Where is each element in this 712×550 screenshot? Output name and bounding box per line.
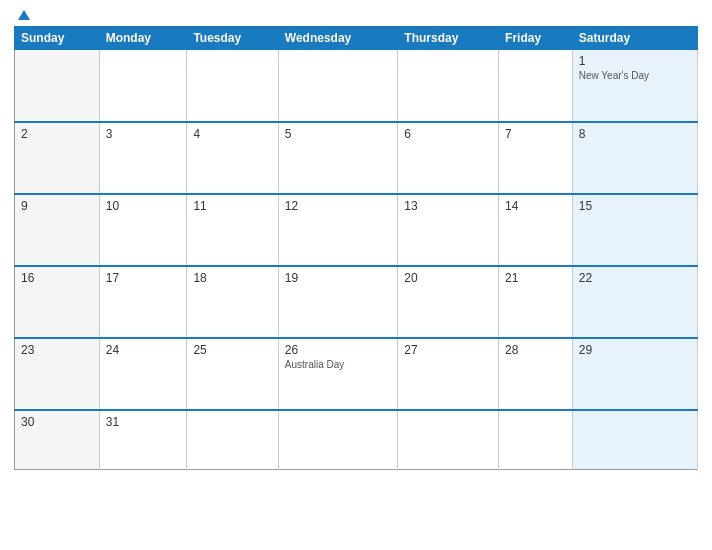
- calendar-cell: 24: [99, 338, 187, 410]
- calendar-cell: 22: [572, 266, 697, 338]
- day-number: 22: [579, 271, 691, 285]
- weekday-header-wednesday: Wednesday: [278, 27, 397, 50]
- weekday-header-friday: Friday: [499, 27, 573, 50]
- calendar-cell: [278, 50, 397, 122]
- calendar-cell: 26Australia Day: [278, 338, 397, 410]
- calendar-cell: 5: [278, 122, 397, 194]
- calendar-cell: 15: [572, 194, 697, 266]
- calendar-cell: 28: [499, 338, 573, 410]
- day-number: 25: [193, 343, 271, 357]
- day-number: 18: [193, 271, 271, 285]
- logo-triangle-icon: [18, 10, 30, 20]
- weekday-header-row: SundayMondayTuesdayWednesdayThursdayFrid…: [15, 27, 698, 50]
- day-number: 24: [106, 343, 181, 357]
- calendar-cell: 27: [398, 338, 499, 410]
- calendar-week-row: 2345678: [15, 122, 698, 194]
- calendar-cell: 8: [572, 122, 697, 194]
- day-number: 16: [21, 271, 93, 285]
- day-number: 8: [579, 127, 691, 141]
- calendar-week-row: 16171819202122: [15, 266, 698, 338]
- logo: [14, 10, 30, 20]
- calendar-cell: 10: [99, 194, 187, 266]
- calendar-cell: [187, 410, 278, 470]
- weekday-header-monday: Monday: [99, 27, 187, 50]
- calendar-cell: 1New Year's Day: [572, 50, 697, 122]
- calendar-cell: 30: [15, 410, 100, 470]
- day-number: 17: [106, 271, 181, 285]
- holiday-name: New Year's Day: [579, 70, 691, 81]
- calendar-cell: [572, 410, 697, 470]
- calendar-header: [14, 10, 698, 20]
- day-number: 28: [505, 343, 566, 357]
- day-number: 11: [193, 199, 271, 213]
- calendar-cell: 21: [499, 266, 573, 338]
- calendar-cell: 16: [15, 266, 100, 338]
- calendar-cell: [499, 410, 573, 470]
- weekday-header-tuesday: Tuesday: [187, 27, 278, 50]
- day-number: 2: [21, 127, 93, 141]
- calendar-cell: 29: [572, 338, 697, 410]
- calendar-cell: 12: [278, 194, 397, 266]
- day-number: 23: [21, 343, 93, 357]
- day-number: 26: [285, 343, 391, 357]
- day-number: 21: [505, 271, 566, 285]
- calendar-cell: 17: [99, 266, 187, 338]
- day-number: 9: [21, 199, 93, 213]
- calendar-cell: [278, 410, 397, 470]
- day-number: 5: [285, 127, 391, 141]
- calendar-week-row: 3031: [15, 410, 698, 470]
- day-number: 12: [285, 199, 391, 213]
- day-number: 27: [404, 343, 492, 357]
- day-number: 29: [579, 343, 691, 357]
- calendar-week-row: 23242526Australia Day272829: [15, 338, 698, 410]
- day-number: 3: [106, 127, 181, 141]
- calendar-cell: 23: [15, 338, 100, 410]
- calendar-wrapper: SundayMondayTuesdayWednesdayThursdayFrid…: [0, 0, 712, 550]
- calendar-cell: 31: [99, 410, 187, 470]
- weekday-header-saturday: Saturday: [572, 27, 697, 50]
- calendar-cell: [398, 410, 499, 470]
- calendar-cell: 4: [187, 122, 278, 194]
- calendar-cell: [398, 50, 499, 122]
- day-number: 1: [579, 54, 691, 68]
- day-number: 19: [285, 271, 391, 285]
- day-number: 10: [106, 199, 181, 213]
- calendar-cell: 11: [187, 194, 278, 266]
- calendar-cell: 14: [499, 194, 573, 266]
- day-number: 30: [21, 415, 93, 429]
- calendar-body: 1New Year's Day2345678910111213141516171…: [15, 50, 698, 470]
- calendar-cell: 13: [398, 194, 499, 266]
- weekday-header-thursday: Thursday: [398, 27, 499, 50]
- calendar-cell: [499, 50, 573, 122]
- weekday-header-sunday: Sunday: [15, 27, 100, 50]
- calendar-week-row: 1New Year's Day: [15, 50, 698, 122]
- logo-blue-row: [14, 10, 30, 20]
- calendar-cell: 9: [15, 194, 100, 266]
- calendar-cell: 20: [398, 266, 499, 338]
- day-number: 7: [505, 127, 566, 141]
- calendar-table: SundayMondayTuesdayWednesdayThursdayFrid…: [14, 26, 698, 470]
- calendar-header-row: SundayMondayTuesdayWednesdayThursdayFrid…: [15, 27, 698, 50]
- calendar-cell: 6: [398, 122, 499, 194]
- calendar-cell: 7: [499, 122, 573, 194]
- day-number: 6: [404, 127, 492, 141]
- calendar-week-row: 9101112131415: [15, 194, 698, 266]
- day-number: 14: [505, 199, 566, 213]
- day-number: 20: [404, 271, 492, 285]
- day-number: 15: [579, 199, 691, 213]
- calendar-cell: [187, 50, 278, 122]
- calendar-cell: 19: [278, 266, 397, 338]
- calendar-cell: 3: [99, 122, 187, 194]
- calendar-cell: [15, 50, 100, 122]
- calendar-cell: [99, 50, 187, 122]
- day-number: 31: [106, 415, 181, 429]
- calendar-cell: 2: [15, 122, 100, 194]
- calendar-cell: 25: [187, 338, 278, 410]
- day-number: 4: [193, 127, 271, 141]
- calendar-cell: 18: [187, 266, 278, 338]
- day-number: 13: [404, 199, 492, 213]
- holiday-name: Australia Day: [285, 359, 391, 370]
